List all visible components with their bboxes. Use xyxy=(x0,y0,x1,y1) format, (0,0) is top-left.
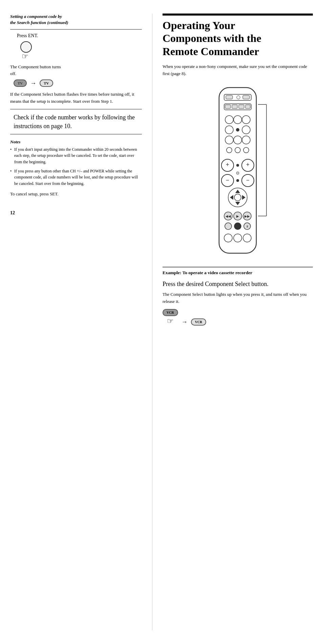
svg-text:−: − xyxy=(246,177,250,184)
incomplete-text: If the Component Select button flashes f… xyxy=(10,91,142,104)
svg-point-3 xyxy=(237,96,240,99)
press-ent-label: Press ENT. xyxy=(17,33,142,39)
svg-point-19 xyxy=(227,147,232,153)
svg-point-14 xyxy=(236,128,239,132)
svg-point-30 xyxy=(236,164,239,167)
svg-point-13 xyxy=(225,126,233,134)
component-select-desc: The Component Select button lights up wh… xyxy=(163,291,313,305)
notes-section: Notes If you don't input anything into t… xyxy=(10,139,142,187)
svg-rect-4 xyxy=(243,95,250,99)
svg-point-20 xyxy=(235,147,240,153)
vcr-arrow-icon: → xyxy=(181,318,188,326)
press-desired-text: Press the desired Component Select butto… xyxy=(163,280,313,288)
svg-text:▶▶: ▶▶ xyxy=(244,214,250,218)
divider-top xyxy=(10,29,142,30)
svg-rect-9 xyxy=(245,105,250,109)
remote-illustration: + + − − xyxy=(163,84,313,260)
remote-svg: + + − − xyxy=(204,84,272,260)
svg-point-31 xyxy=(236,172,239,174)
main-title: Operating Your Components with the Remot… xyxy=(163,14,313,58)
tv-button-active: TV xyxy=(14,79,27,87)
vcr-hand-wrap: VCR ☞ xyxy=(163,309,178,326)
vcr-hand-icon: ☞ xyxy=(167,317,174,326)
heading-line2: the Search function (continued) xyxy=(10,20,68,25)
cancel-setup-text: To cancel setup, press SET. xyxy=(10,191,142,197)
example-heading: Example: To operate a video cassette rec… xyxy=(163,267,313,276)
ent-button-circle xyxy=(20,41,32,53)
svg-rect-8 xyxy=(239,105,244,109)
svg-point-21 xyxy=(243,147,249,153)
arrow-icon: → xyxy=(30,80,36,87)
turns-off-text: The Component button turnsoff. xyxy=(10,64,142,77)
note-item-1: If you don't input anything into the Com… xyxy=(10,146,142,165)
svg-point-16 xyxy=(225,136,233,144)
note-item-2: If you press any button other than CH +/… xyxy=(10,168,142,187)
svg-point-15 xyxy=(242,126,250,134)
ent-illustration: ☞ xyxy=(20,41,142,61)
title-line1: Operating Your xyxy=(163,19,235,31)
svg-point-51 xyxy=(243,234,251,242)
svg-rect-2 xyxy=(226,95,233,99)
hand-icon: ☞ xyxy=(22,52,28,61)
vcr-button-inactive: VCR xyxy=(191,318,207,326)
svg-text:◀◀: ◀◀ xyxy=(225,214,231,218)
notes-list: If you don't input anything into the Com… xyxy=(10,146,142,187)
divider-after-check xyxy=(10,134,142,135)
svg-rect-7 xyxy=(232,105,237,109)
svg-text:+: + xyxy=(226,161,229,168)
check-code-text: Check if the code number works by follow… xyxy=(14,113,138,130)
svg-point-38 xyxy=(234,194,241,201)
vcr-button-active: VCR xyxy=(163,309,178,316)
tv-buttons-row: TV → TV xyxy=(14,79,142,87)
title-line3: Remote Commander xyxy=(163,45,259,57)
right-column: Operating Your Components with the Remot… xyxy=(152,14,313,630)
svg-point-18 xyxy=(242,136,250,144)
section-heading: Setting a component code by the Search f… xyxy=(10,14,142,26)
svg-text:▶: ▶ xyxy=(236,214,239,218)
svg-point-32 xyxy=(236,179,239,182)
svg-text:⏸: ⏸ xyxy=(246,225,249,228)
svg-text:−: − xyxy=(226,177,229,184)
svg-rect-6 xyxy=(225,105,231,109)
tv-button-inactive: TV xyxy=(40,79,53,87)
heading-line1: Setting a component code by xyxy=(10,14,62,19)
svg-point-17 xyxy=(234,136,242,144)
svg-point-45 xyxy=(225,223,232,230)
svg-point-12 xyxy=(242,116,250,124)
svg-point-50 xyxy=(234,234,242,242)
svg-point-10 xyxy=(225,116,233,124)
page-number: 12 xyxy=(10,210,142,216)
svg-point-49 xyxy=(224,234,232,242)
divider-middle xyxy=(10,109,142,110)
check-code-box: Check if the code number works by follow… xyxy=(10,113,142,130)
svg-point-11 xyxy=(234,116,242,124)
svg-text:+: + xyxy=(246,161,250,168)
notes-title: Notes xyxy=(10,139,142,145)
title-line2: Components with the xyxy=(163,32,261,44)
vcr-illustration: VCR ☞ → VCR xyxy=(163,309,313,326)
left-column: Setting a component code by the Search f… xyxy=(10,14,152,630)
svg-point-46 xyxy=(234,223,241,230)
intro-text: When you operate a non-Sony component, m… xyxy=(163,63,313,77)
